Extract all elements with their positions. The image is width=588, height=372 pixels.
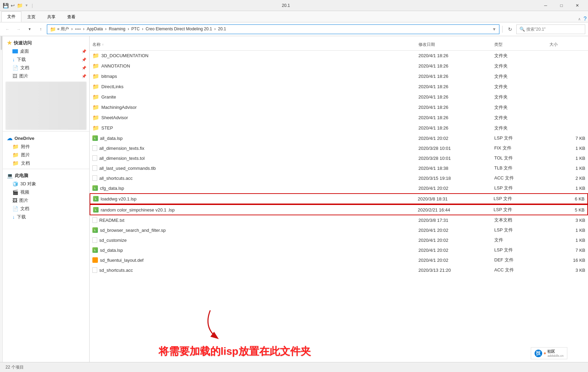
file-size-cell (547, 71, 588, 81)
table-row[interactable]: all_dimension_texts.fix 2020/3/28 10:01 … (90, 143, 588, 153)
close-button[interactable]: ✕ (569, 0, 585, 11)
file-type-cell: 文件夹 (491, 123, 547, 133)
onedrive-header[interactable]: ☁ OneDrive (3, 133, 89, 143)
tab-file[interactable]: 文件 (1, 11, 21, 22)
sidebar-item-videos[interactable]: 🎬 视频 (3, 188, 89, 196)
file-date: 2020/4/1 18:26 (418, 115, 448, 120)
forward-button[interactable]: → (14, 24, 23, 34)
table-row[interactable]: 📁 ANNOTATION 2020/4/1 18:26 文件夹 (90, 61, 588, 71)
nav-dropdown-button[interactable]: ▼ (25, 24, 34, 34)
sidebar-item-od-documents[interactable]: 📁 文档 (3, 159, 89, 167)
file-size-cell: 1 KB (547, 183, 588, 193)
header-name[interactable]: 名称 ↑ (90, 40, 416, 49)
file-name-cell: all_dimension_texts.fix (90, 143, 416, 153)
file-name-cell: all_last_used_commands.tlb (90, 163, 416, 173)
file-name: all_data.lsp (100, 136, 123, 141)
tab-view[interactable]: 查看 (61, 12, 81, 22)
file-size-cell: 2 KB (547, 173, 588, 183)
file-name-cell: 📁 MachiningAdvisor (90, 102, 416, 112)
sidebar-item-pictures[interactable]: 🖼 图片 📌 (3, 72, 89, 80)
toolbar-dropdown-icon[interactable]: ▼ (25, 3, 28, 7)
file-name: all_dimension_texts.tol (99, 156, 145, 161)
back-button[interactable]: ← (3, 24, 12, 34)
file-type: ACC 文件 (494, 175, 514, 181)
search-box[interactable]: 🔍 (516, 24, 585, 34)
file-name-cell: 📁 DirectLinks (90, 82, 416, 92)
table-row[interactable]: sd_fluentui_layout.def 2020/4/1 20:02 DE… (90, 255, 588, 265)
file-type: TLB 文件 (494, 165, 513, 171)
file-type-cell: FIX 文件 (491, 143, 547, 153)
file-size: 5 KB (575, 207, 585, 213)
ribbon-collapse-icon[interactable]: ∧ (578, 17, 581, 21)
table-row[interactable]: 📁 STEP 2020/4/1 18:26 文件夹 (90, 123, 588, 133)
sidebar-label-attachments: 附件 (21, 144, 30, 150)
this-pc-header[interactable]: 💻 此电脑 (3, 170, 89, 180)
refresh-button[interactable]: ↻ (505, 24, 515, 34)
lsp-icon: L (92, 247, 98, 253)
window-title: 20.1 (34, 3, 538, 8)
lsp-icon: L (92, 135, 98, 141)
file-type: 文件 (494, 237, 503, 243)
table-row[interactable]: all_dimension_texts.tol 2020/3/28 10:01 … (90, 153, 588, 163)
table-row[interactable]: 📁 3D_DOCUMENTATION 2020/4/1 18:26 文件夹 (90, 51, 588, 61)
file-name-cell: all_shortcuts.acc (90, 173, 416, 183)
table-row[interactable]: 📁 MachiningAdvisor 2020/4/1 18:26 文件夹 (90, 102, 588, 113)
header-date[interactable]: 修改日期 (416, 40, 491, 49)
table-row[interactable]: sd_shortcuts.acc 2020/3/13 21:20 ACC 文件 … (90, 265, 588, 275)
table-row[interactable]: 📁 SheetAdvisor 2020/4/1 18:26 文件夹 (90, 113, 588, 123)
tab-home[interactable]: 主页 (21, 12, 41, 22)
address-path[interactable]: 📁 « 用户 › ▪▪▪▪ › AppData › Roaming › PTC … (47, 24, 499, 34)
sidebar-item-pc-documents[interactable]: 📄 文档 (3, 205, 89, 213)
table-row[interactable]: all_last_used_commands.tlb 2020/4/1 18:3… (90, 163, 588, 173)
file-size-cell: 1 KB (547, 143, 588, 153)
file-type: LSP 文件 (494, 135, 513, 141)
sidebar-label-downloads: 下载 (17, 56, 26, 63)
table-row[interactable]: README.txt 2020/3/8 17:31 文本文档 3 KB (90, 215, 588, 225)
file-name: STEP (101, 125, 113, 131)
help-icon[interactable]: ? (584, 16, 587, 22)
minimize-button[interactable]: ─ (538, 0, 554, 11)
table-row[interactable]: L loaddwg v20.1.lsp 2020/3/8 18:31 LSP 文… (90, 193, 588, 204)
file-type-cell: LSP 文件 (491, 245, 547, 255)
table-row[interactable]: 📁 Granite 2020/4/1 18:26 文件夹 (90, 92, 588, 102)
address-bar: ← → ▼ ↑ 📁 « 用户 › ▪▪▪▪ › AppData › Roamin… (0, 22, 588, 36)
pin-icon-downloads: 📌 (82, 58, 87, 62)
sidebar-item-pc-pictures[interactable]: 🖼 图片 (3, 196, 89, 205)
table-row[interactable]: all_shortcuts.acc 2020/3/15 19:18 ACC 文件… (90, 173, 588, 183)
table-row[interactable]: L sd_data.lsp 2020/4/1 20:02 LSP 文件 7 KB (90, 245, 588, 255)
table-row[interactable]: L cfg_data.lsp 2020/4/1 20:02 LSP 文件 1 K… (90, 183, 588, 193)
sidebar-item-desktop[interactable]: 桌面 📌 (3, 47, 89, 55)
sidebar-label-videos: 视频 (20, 189, 29, 195)
search-input[interactable] (526, 27, 582, 32)
file-date-cell: 2020/4/1 18:26 (416, 51, 491, 61)
table-row[interactable]: L all_data.lsp 2020/4/1 20:02 LSP 文件 7 K… (90, 133, 588, 143)
file-size-cell (547, 82, 588, 92)
sidebar-item-pc-downloads[interactable]: ↓ 下载 (3, 213, 89, 221)
maximize-button[interactable]: □ (554, 0, 569, 11)
file-date: 2020/3/8 18:31 (418, 196, 448, 202)
sidebar-item-downloads[interactable]: ↓ 下载 📌 (3, 55, 89, 64)
toolbar-separator: | (32, 3, 33, 8)
table-row[interactable]: 📁 DirectLinks 2020/4/1 18:26 文件夹 (90, 82, 588, 92)
up-button[interactable]: ↑ (36, 24, 45, 34)
sidebar-item-od-pictures[interactable]: 📁 图片 (3, 151, 89, 159)
table-row[interactable]: L random color_simpchinese v20.1 .lsp 20… (90, 204, 588, 215)
quick-access-header[interactable]: ★ 快速访问 (3, 38, 89, 47)
file-date: 2020/4/1 18:26 (418, 105, 448, 110)
table-row[interactable]: L sd_browser_search_and_filter.sp 2020/4… (90, 225, 588, 235)
header-size[interactable]: 大小 (547, 40, 588, 49)
file-size-cell: 3 KB (547, 265, 588, 275)
sidebar-item-attachments[interactable]: 📁 附件 (3, 143, 89, 151)
header-type[interactable]: 类型 (491, 40, 547, 49)
file-icon (92, 217, 97, 223)
tab-share[interactable]: 共享 (41, 12, 61, 22)
file-size-cell: 6 KB (546, 194, 587, 204)
sidebar-item-3dobjects[interactable]: 🧊 3D 对象 (3, 180, 89, 188)
table-row[interactable]: 📁 bitmaps 2020/4/1 18:26 文件夹 (90, 71, 588, 82)
path-expand-icon[interactable]: ▼ (492, 27, 496, 32)
file-size-cell: 1 KB (547, 153, 588, 163)
file-date-cell: 2020/4/1 18:26 (416, 92, 491, 102)
table-row[interactable]: sd_customize 2020/4/1 20:02 文件 1 KB (90, 235, 588, 245)
folder-od-documents-icon: 📁 (12, 160, 19, 166)
sidebar-item-documents[interactable]: 📄 文档 📌 (3, 64, 89, 72)
